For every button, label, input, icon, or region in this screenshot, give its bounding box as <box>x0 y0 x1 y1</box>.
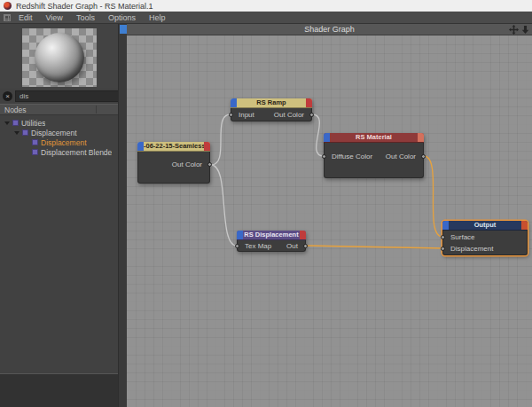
search-row: × <box>0 89 118 104</box>
tree-item-label: Displacement <box>31 129 77 137</box>
menu-item-options[interactable]: Options <box>108 13 136 22</box>
shader-node-icon <box>32 149 38 155</box>
main-area: × Nodes UtilitiesDisplacementDisplacemen… <box>0 24 532 407</box>
node-tab-left <box>231 98 237 107</box>
shader-graph-title: Shader Graph <box>127 24 532 35</box>
panel-grid-icon[interactable] <box>4 14 11 21</box>
node-rs-material[interactable]: RS MaterialDiffuse ColorOut Color <box>324 133 424 178</box>
port-rs-ramp-out-color[interactable] <box>309 113 314 117</box>
port-rs-displacement-tex-map[interactable] <box>235 244 239 248</box>
node-title: -06-22-15-Seamless <box>144 142 204 151</box>
clear-search-icon[interactable]: × <box>3 91 12 101</box>
node-graph-canvas[interactable]: -06-22-15-SeamlessOut ColorRS RampInputO… <box>127 35 532 407</box>
menu-items: EditViewToolsOptionsHelp <box>19 13 165 22</box>
node-rs-ramp[interactable]: RS RampInputOut Color <box>231 98 312 121</box>
tree-item-utilities[interactable]: Utilities <box>0 118 118 128</box>
panel-splitter[interactable] <box>118 24 127 407</box>
move-icon[interactable] <box>509 25 519 35</box>
node-body: Diffuse ColorOut Color <box>324 143 424 178</box>
node-header-seamless[interactable]: -06-22-15-Seamless <box>137 142 210 152</box>
port-rs-ramp-input[interactable] <box>229 113 233 117</box>
node-tab-right <box>418 133 424 142</box>
preview-sphere <box>35 33 84 82</box>
port-rs-material-diffuse-color[interactable] <box>322 154 326 159</box>
node-title: RS Ramp <box>237 98 306 107</box>
node-tab-right <box>521 221 528 230</box>
port-label: Displacement <box>450 243 493 254</box>
node-body: Tex MapOut <box>237 240 306 252</box>
tree-item-displacement-blende[interactable]: Displacement Blende <box>0 147 118 157</box>
node-tab-left <box>237 231 243 239</box>
shader-graph-header[interactable]: Shader Graph <box>127 24 532 35</box>
menu-item-edit[interactable]: Edit <box>19 13 33 22</box>
node-body: InputOut Color <box>231 108 312 121</box>
splitter-handle-icon[interactable] <box>120 25 127 34</box>
port-output-displacement[interactable] <box>441 247 445 251</box>
shader-graph-panel: Shader Graph -06-22-15-SeamlessOut Color… <box>127 24 532 407</box>
nodes-list-header[interactable]: Nodes <box>0 104 118 115</box>
node-header-rs-displacement[interactable]: RS Displacement <box>237 231 306 240</box>
redshift-logo-icon <box>4 2 12 10</box>
tree-item-displacement[interactable]: Displacement <box>0 128 118 137</box>
node-tab-left <box>137 142 144 151</box>
node-tab-left <box>442 221 449 230</box>
port-label: Surface <box>450 231 475 243</box>
port-rs-material-out-color[interactable] <box>421 154 426 159</box>
tree-item-label: Displacement Blende <box>41 148 112 157</box>
sidebar-bottom-panel <box>0 373 118 407</box>
node-row: Out Color <box>138 159 209 170</box>
port-label: Out <box>286 240 298 252</box>
search-input[interactable] <box>15 90 121 102</box>
title-bar: Redshift Shader Graph - RS Material.1 <box>0 0 532 12</box>
node-row: Diffuse ColorOut Color <box>325 151 423 162</box>
node-row: Surface <box>443 231 527 243</box>
shader-node-icon <box>12 120 19 126</box>
node-header-rs-ramp[interactable]: RS Ramp <box>231 98 312 108</box>
node-row: InputOut Color <box>231 109 311 121</box>
node-tab-right <box>300 231 306 239</box>
node-tab-right <box>306 98 312 107</box>
tree-item-displacement[interactable]: Displacement <box>0 137 118 147</box>
menu-item-help[interactable]: Help <box>149 13 166 22</box>
port-label: Out Color <box>172 159 202 170</box>
node-title: Output <box>449 221 521 230</box>
material-preview-image <box>22 28 97 87</box>
shader-node-icon <box>22 129 28 136</box>
expand-arrow-icon[interactable] <box>4 121 10 125</box>
shader-node-icon <box>32 139 38 145</box>
material-preview <box>0 24 118 89</box>
node-output[interactable]: OutputSurfaceDisplacement <box>442 221 528 255</box>
node-tab-right <box>204 142 210 151</box>
arrow-down-icon[interactable] <box>520 25 530 35</box>
node-header-output[interactable]: Output <box>442 221 528 231</box>
menu-bar: EditViewToolsOptionsHelp <box>0 12 532 24</box>
window-title: Redshift Shader Graph - RS Material.1 <box>16 2 153 11</box>
node-title: RS Material <box>330 133 418 142</box>
port-label: Tex Map <box>245 240 271 252</box>
node-tab-left <box>324 133 330 142</box>
node-header-rs-material[interactable]: RS Material <box>324 133 424 143</box>
menu-item-tools[interactable]: Tools <box>76 13 95 22</box>
port-seamless-out-color[interactable] <box>207 162 212 167</box>
tree-item-label: Utilities <box>21 119 45 128</box>
port-output-surface[interactable] <box>441 235 445 239</box>
port-label: Out Color <box>386 151 416 162</box>
nodes-tree: UtilitiesDisplacementDisplacementDisplac… <box>0 115 118 372</box>
node-seamless[interactable]: -06-22-15-SeamlessOut Color <box>137 142 210 184</box>
port-rs-displacement-out[interactable] <box>303 244 308 248</box>
node-rs-displacement[interactable]: RS DisplacementTex MapOut <box>237 231 306 252</box>
node-row: Tex MapOut <box>238 240 305 252</box>
node-body: SurfaceDisplacement <box>442 231 528 255</box>
node-title: RS Displacement <box>243 231 300 239</box>
expand-arrow-icon[interactable] <box>14 131 20 135</box>
port-label: Input <box>239 109 254 121</box>
redshift-shader-graph-window: Redshift Shader Graph - RS Material.1 Ed… <box>0 0 532 407</box>
node-body: Out Color <box>137 152 210 184</box>
nodes-layer: -06-22-15-SeamlessOut ColorRS RampInputO… <box>127 35 532 407</box>
node-row: Displacement <box>443 243 527 254</box>
tree-item-label: Displacement <box>41 138 87 147</box>
sidebar: × Nodes UtilitiesDisplacementDisplacemen… <box>0 24 118 407</box>
port-label: Out Color <box>274 109 304 121</box>
menu-item-view[interactable]: View <box>46 13 63 22</box>
header-icons <box>509 25 530 35</box>
